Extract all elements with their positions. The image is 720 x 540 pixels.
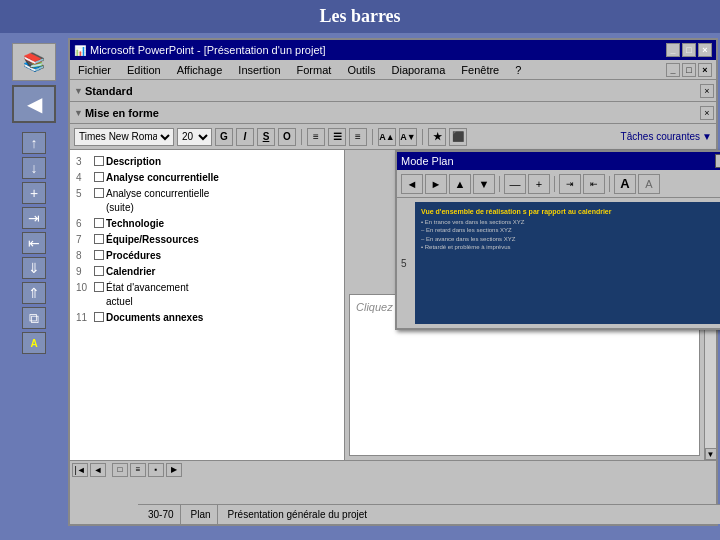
presentation-text: Présentation générale du projet xyxy=(228,509,368,520)
outline-text-7: Équipe/Ressources xyxy=(106,233,338,247)
toolbar-divider2 xyxy=(372,129,373,145)
slide-thumb-bullets: • En trance vers dans les sections XYZ –… xyxy=(421,218,720,252)
collapse-button[interactable]: — xyxy=(504,174,526,194)
dialog-divider3 xyxy=(609,176,610,192)
nav-down-button[interactable]: ▼ xyxy=(473,174,495,194)
standard-toolbar-close[interactable]: × xyxy=(700,84,714,98)
pp-menubar: Fichier Edition Affichage Insertion Form… xyxy=(70,60,716,80)
nav-move-down-icon[interactable]: ⇓ xyxy=(22,257,46,279)
font-a-button[interactable]: A xyxy=(614,174,636,194)
outline-text-10: État d'avancementactuel xyxy=(106,281,338,309)
dialog-divider1 xyxy=(499,176,500,192)
status-presentation: Présentation générale du projet xyxy=(222,505,720,524)
align-left-button[interactable]: ≡ xyxy=(307,128,325,146)
nav-move-up-icon[interactable]: ⇑ xyxy=(22,282,46,304)
slide-panel: Mode Plan × ◄ ► ▲ ▼ — + ⇥ ⇤ xyxy=(345,150,704,460)
format-toolbar-section: ▼ Mise en forme × xyxy=(70,102,716,124)
nav-indent-icon[interactable]: ⇥ xyxy=(22,207,46,229)
pp-statusbar: 30-70 Plan Présentation générale du proj… xyxy=(138,504,720,524)
nav-outdent-icon[interactable]: ⇤ xyxy=(22,232,46,254)
inner-minimize[interactable]: _ xyxy=(666,63,680,77)
font-a-small-button[interactable]: A xyxy=(638,174,660,194)
menu-format[interactable]: Format xyxy=(293,64,336,76)
nav-up-icon[interactable]: ↑ xyxy=(22,132,46,154)
view-normal-icon[interactable]: □ xyxy=(112,463,128,477)
slide-title: Les barres xyxy=(0,0,720,33)
outdent-button[interactable]: ⇤ xyxy=(583,174,605,194)
menu-edition[interactable]: Edition xyxy=(123,64,165,76)
inner-maximize[interactable]: □ xyxy=(682,63,696,77)
back-button[interactable]: ◀ xyxy=(12,85,56,123)
dialog-divider2 xyxy=(554,176,555,192)
font-select[interactable]: Times New Roman xyxy=(74,128,174,146)
menu-fichier[interactable]: Fichier xyxy=(74,64,115,76)
slide-number-label: 5 xyxy=(401,202,411,324)
view-slide-icon[interactable]: ▪ xyxy=(148,463,164,477)
book-icon[interactable]: 📚 xyxy=(12,43,56,81)
tasks-dropdown-icon[interactable]: ▼ xyxy=(702,131,712,142)
align-center-button[interactable]: ☰ xyxy=(328,128,346,146)
pp-title-controls: _ □ × xyxy=(666,43,712,57)
left-sidebar: 📚 ◀ ↑ ↓ + ⇥ ⇤ ⇓ ⇑ ⧉ A xyxy=(0,38,68,540)
size-select[interactable]: 20 xyxy=(177,128,212,146)
menu-help[interactable]: ? xyxy=(511,64,525,76)
prev-page-button[interactable]: ◄ xyxy=(90,463,106,477)
pp-title-text: Microsoft PowerPoint - [Présentation d'u… xyxy=(90,44,326,56)
font-dec-button[interactable]: A▼ xyxy=(399,128,417,146)
number-button[interactable]: ⬛ xyxy=(449,128,467,146)
status-page-info: 30-70 xyxy=(142,505,181,524)
nav-plus-icon[interactable]: + xyxy=(22,182,46,204)
menu-affichage[interactable]: Affichage xyxy=(173,64,227,76)
outline-text-9: Calendrier xyxy=(106,265,338,279)
pp-window: 📊 Microsoft PowerPoint - [Présentation d… xyxy=(68,38,718,526)
italic-button[interactable]: I xyxy=(236,128,254,146)
bottom-icons: □ ≡ ▪ ▶ xyxy=(112,463,182,477)
list-item: 4 Analyse concurrentielle xyxy=(74,170,340,186)
list-item: 7 Équipe/Ressources xyxy=(74,232,340,248)
nav-down-icon[interactable]: ↓ xyxy=(22,157,46,179)
align-right-button[interactable]: ≡ xyxy=(349,128,367,146)
menu-insertion[interactable]: Insertion xyxy=(234,64,284,76)
standard-toolbar-label: Standard xyxy=(85,85,133,97)
dialog-title-text: Mode Plan xyxy=(401,155,454,167)
scroll-down-button[interactable]: ▼ xyxy=(705,448,717,460)
slide-thumb-title-text: Vue d'ensemble de réalisation s par rapp… xyxy=(421,208,720,215)
nav-text-icon[interactable]: A xyxy=(22,332,46,354)
first-page-button[interactable]: |◄ xyxy=(72,463,88,477)
format-toolbar-close[interactable]: × xyxy=(700,106,714,120)
close-button[interactable]: × xyxy=(698,43,712,57)
font-inc-button[interactable]: A▲ xyxy=(378,128,396,146)
pp-inner-controls: _ □ × xyxy=(666,63,712,77)
nav-up-button[interactable]: ▲ xyxy=(449,174,471,194)
outline-text-4: Analyse concurrentielle xyxy=(106,171,338,185)
shadow-button[interactable]: O xyxy=(278,128,296,146)
format-toolbar-label: Mise en forme xyxy=(85,107,159,119)
nav-copy-icon[interactable]: ⧉ xyxy=(22,307,46,329)
minimize-button[interactable]: _ xyxy=(666,43,680,57)
menu-outils[interactable]: Outils xyxy=(343,64,379,76)
expand-button[interactable]: + xyxy=(528,174,550,194)
bullet-button[interactable]: ★ xyxy=(428,128,446,146)
view-slideshow-icon[interactable]: ▶ xyxy=(166,463,182,477)
nav-right-button[interactable]: ► xyxy=(425,174,447,194)
menu-diaporama[interactable]: Diaporama xyxy=(388,64,450,76)
list-item: 3 Description xyxy=(74,154,340,170)
dialog-close-button[interactable]: × xyxy=(715,154,720,168)
outline-text-11: Documents annexes xyxy=(106,311,338,325)
underline-button[interactable]: S xyxy=(257,128,275,146)
standard-toolbar-section: ▼ Standard × xyxy=(70,80,716,102)
toolbar-divider3 xyxy=(422,129,423,145)
menu-fenetre[interactable]: Fenêtre xyxy=(457,64,503,76)
nav-left-button[interactable]: ◄ xyxy=(401,174,423,194)
list-item: 9 Calendrier xyxy=(74,264,340,280)
bullet-3: – En avance dans les sections XYZ xyxy=(421,235,720,243)
toolbar-divider xyxy=(301,129,302,145)
outline-text-5: Analyse concurrentielle(suite) xyxy=(106,187,338,215)
maximize-button[interactable]: □ xyxy=(682,43,696,57)
inner-close[interactable]: × xyxy=(698,63,712,77)
outer-frame: Les barres 📚 ◀ ↑ ↓ + ⇥ ⇤ ⇓ ⇑ ⧉ A 📊 Micro… xyxy=(0,0,720,540)
view-outline-icon[interactable]: ≡ xyxy=(130,463,146,477)
bold-button[interactable]: G xyxy=(215,128,233,146)
indent-button[interactable]: ⇥ xyxy=(559,174,581,194)
pp-content: 3 Description 4 Analyse concurrentielle … xyxy=(70,150,716,460)
